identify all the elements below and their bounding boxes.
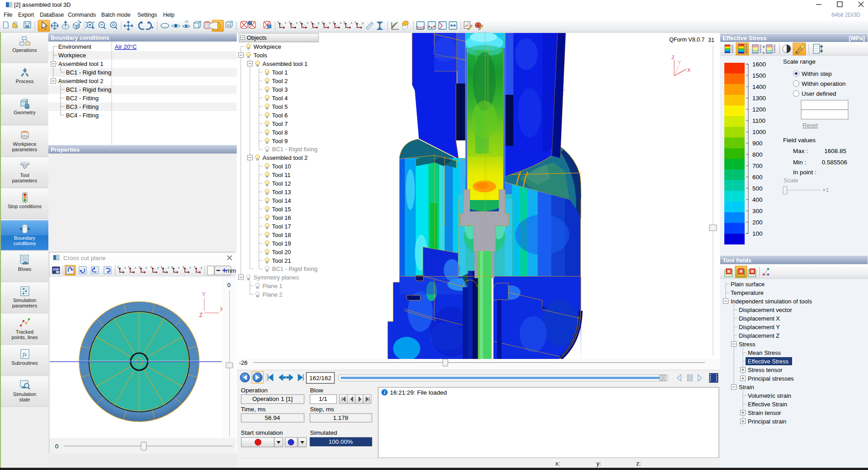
svg-text:x: x [168, 266, 169, 269]
svg-text:x: x [178, 266, 180, 269]
svg-text:x: x [189, 266, 191, 269]
svg-text:Environment: Environment [58, 43, 91, 50]
svg-text:3D: 3D [226, 23, 231, 28]
svg-text:Tool 12: Tool 12 [272, 180, 291, 187]
svg-text:User defined: User defined [802, 90, 836, 97]
svg-text:Scale range: Scale range [783, 58, 816, 65]
svg-text:100.00%: 100.00% [328, 438, 352, 445]
svg-text:Stress: Stress [739, 341, 755, 348]
svg-text:1600: 1600 [752, 61, 766, 68]
svg-text:1500: 1500 [752, 72, 766, 79]
svg-text:Effective Strain: Effective Strain [748, 401, 787, 408]
svg-text:300: 300 [752, 208, 763, 214]
svg-text:Volumetric strain: Volumetric strain [748, 392, 791, 399]
svg-text:56.94: 56.94 [265, 414, 280, 421]
svg-text:Symmetry planes: Symmetry planes [253, 274, 299, 281]
svg-text:Plain surface: Plain surface [731, 281, 765, 288]
svg-text:Workpiece: Workpiece [253, 43, 281, 50]
svg-text:Tool 20: Tool 20 [272, 249, 291, 256]
svg-text:DXF: DXF [53, 268, 59, 271]
svg-text:Displacement vector: Displacement vector [739, 307, 792, 313]
svg-text:?: ? [249, 22, 251, 25]
svg-text:1400: 1400 [752, 84, 766, 90]
svg-text:y: y [139, 265, 141, 269]
svg-text:0: 0 [227, 282, 230, 289]
svg-text:1000: 1000 [752, 129, 766, 135]
svg-text:Tool 6: Tool 6 [272, 112, 288, 119]
svg-text:1608.85: 1608.85 [824, 148, 846, 154]
svg-text:Principal stresses: Principal stresses [748, 375, 794, 382]
svg-text:BC2 - Fitting: BC2 - Fitting [66, 95, 99, 102]
svg-text:Assembled tool 2: Assembled tool 2 [58, 78, 103, 84]
svg-text:fx: fx [23, 351, 27, 358]
svg-text:Tool 16: Tool 16 [272, 214, 291, 221]
svg-text:Tool 4: Tool 4 [272, 95, 288, 102]
svg-text:Tool 2: Tool 2 [272, 78, 288, 84]
svg-text:Tool 1: Tool 1 [272, 69, 288, 76]
svg-text:Plane 1: Plane 1 [263, 283, 282, 289]
svg-text:Temperature: Temperature [731, 289, 764, 296]
svg-text:500: 500 [752, 185, 763, 192]
svg-text:1300: 1300 [752, 95, 766, 102]
svg-text:BC1 - Rigid fixing: BC1 - Rigid fixing [66, 86, 111, 93]
svg-text:Operation 1 [1]: Operation 1 [1] [252, 396, 292, 402]
svg-text:E: E [763, 45, 765, 49]
svg-text:Within step: Within step [802, 70, 832, 77]
svg-text:700: 700 [752, 163, 763, 169]
svg-text:Air 20°C: Air 20°C [115, 43, 137, 50]
svg-text:y: y [333, 20, 334, 24]
svg-text:y: y [322, 20, 324, 24]
svg-text:1.178: 1.178 [333, 414, 348, 421]
svg-text:Displacement Y: Displacement Y [739, 324, 780, 330]
svg-text:F: F [763, 51, 765, 55]
svg-text:x: x [351, 21, 352, 25]
svg-text:900: 900 [752, 140, 763, 147]
svg-text:y: y [343, 20, 345, 24]
svg-text:31: 31 [708, 37, 714, 43]
svg-text:Within operation: Within operation [802, 80, 846, 87]
svg-text:Cross cut plane: Cross cut plane [63, 255, 106, 261]
svg-text:Strain: Strain [739, 384, 754, 391]
svg-text:200: 200 [752, 219, 763, 226]
svg-text:In point :: In point : [793, 169, 816, 176]
svg-text:Tool 5: Tool 5 [272, 103, 288, 110]
svg-text:x: x [194, 265, 196, 268]
svg-text:Displacement X: Displacement X [739, 315, 780, 322]
svg-text:y: y [318, 21, 319, 25]
svg-text:i: i [384, 390, 385, 395]
svg-text:1100: 1100 [752, 117, 765, 124]
svg-text:Tool 9: Tool 9 [272, 138, 288, 144]
svg-text:Plane 2: Plane 2 [263, 291, 282, 298]
svg-text:BC3 - Fitting: BC3 - Fitting [66, 103, 99, 110]
svg-text:y: y [362, 21, 364, 25]
svg-text:Y: Y [202, 291, 206, 298]
svg-text:z: z [145, 266, 147, 269]
svg-text:-26: -26 [239, 359, 248, 366]
svg-text:Tool 14: Tool 14 [272, 197, 291, 204]
svg-text:Tool 18: Tool 18 [272, 232, 291, 238]
svg-text:0: 0 [55, 443, 58, 450]
svg-text:Tool 17: Tool 17 [272, 223, 291, 230]
svg-text:x: x [124, 266, 126, 269]
svg-text:Scale: Scale [784, 177, 798, 184]
svg-text:x: x [340, 21, 342, 25]
svg-text:1200: 1200 [752, 106, 766, 113]
svg-text:Stress tensor: Stress tensor [748, 367, 783, 373]
svg-text:Max :: Max : [793, 148, 808, 154]
svg-text:y: y [157, 266, 159, 270]
svg-text:Simulated: Simulated [310, 429, 337, 436]
svg-text:Start simulation: Start simulation [241, 429, 283, 436]
svg-text:Tool 11: Tool 11 [272, 172, 291, 178]
svg-text:Tool 15: Tool 15 [272, 206, 291, 213]
svg-text:Tool 13: Tool 13 [272, 189, 291, 195]
svg-text:Tool 7: Tool 7 [272, 121, 288, 127]
svg-text:y: y [300, 20, 301, 24]
svg-text:y: y [201, 266, 202, 270]
svg-text:100: 100 [752, 230, 763, 237]
svg-text:Time, ms: Time, ms [241, 406, 266, 413]
svg-text:z: z [277, 20, 279, 24]
svg-text:x: x [128, 265, 130, 268]
svg-text:z: z [296, 21, 298, 25]
svg-text:Z: Z [671, 55, 675, 60]
svg-text:y: y [171, 265, 173, 269]
